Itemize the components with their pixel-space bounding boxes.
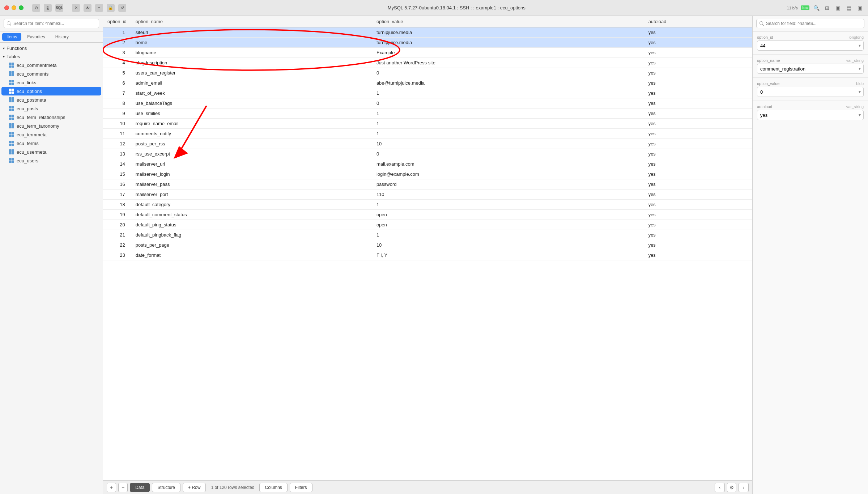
close-button[interactable] <box>4 5 9 10</box>
cell-option_value: open <box>372 220 644 230</box>
add-row-button[interactable]: + Row <box>183 483 206 492</box>
field-label-option_id: option_id longlong <box>757 35 864 39</box>
table-row[interactable]: 4blogdescriptionJust another WordPress s… <box>103 58 752 68</box>
panel-left-icon[interactable]: ▣ <box>834 4 842 12</box>
functions-header[interactable]: ▾ Functions <box>0 44 103 52</box>
table-row[interactable]: 3blognameExampleyes <box>103 48 752 58</box>
table-row[interactable]: 9use_smilies1yes <box>103 108 752 119</box>
window-title: MySQL 5.7.27-0ubuntu0.18.04.1 : SSH : : … <box>129 5 784 10</box>
table-row[interactable]: 16mailserver_passpasswordyes <box>103 179 752 189</box>
cell-option_value: 1 <box>372 230 644 240</box>
cell-autoload: yes <box>644 108 752 119</box>
tables-header[interactable]: ▾ Tables <box>0 52 103 61</box>
tab-favorites[interactable]: Favorites <box>23 33 49 41</box>
cell-option_id: 11 <box>103 129 131 139</box>
field-value-option_value[interactable]: 0 <box>757 87 864 97</box>
table-item-ecu_term_relationships[interactable]: ecu_term_relationships <box>1 113 101 122</box>
table-item-ecu_users[interactable]: ecu_users <box>1 156 101 165</box>
data-tab-button[interactable]: Data <box>130 483 150 492</box>
table-item-ecu_term_taxonomy[interactable]: ecu_term_taxonomy <box>1 122 101 130</box>
table-row[interactable]: 5users_can_register0yes <box>103 68 752 78</box>
cell-autoload: yes <box>644 250 752 260</box>
field-value-option_name[interactable]: comment_registration <box>757 64 864 74</box>
table-item-ecu_terms[interactable]: ecu_terms <box>1 139 101 148</box>
table-row[interactable]: 8use_balanceTags0yes <box>103 98 752 108</box>
grid-view-icon[interactable]: ⊞ <box>823 4 831 12</box>
table-item-ecu_links[interactable]: ecu_links <box>1 78 101 87</box>
search-input[interactable] <box>4 19 99 28</box>
table-item-ecu_posts[interactable]: ecu_posts <box>1 104 101 113</box>
table-row[interactable]: 13rss_use_excerpt0yes <box>103 149 752 159</box>
table-row[interactable]: 2hometurnipjuice.mediayes <box>103 38 752 48</box>
table-row[interactable]: 15mailserver_loginlogin@example.comyes <box>103 169 752 179</box>
cell-autoload: yes <box>644 139 752 149</box>
table-container[interactable]: option_id option_name option_value autol… <box>103 16 752 480</box>
col-header-autoload: autoload <box>644 16 752 27</box>
sidebar-search-container <box>0 16 103 31</box>
maximize-button[interactable] <box>19 5 24 10</box>
cell-option_name: require_name_email <box>131 119 372 129</box>
loc-badge: loc <box>801 5 809 10</box>
table-row[interactable]: 14mailserver_urlmail.example.comyes <box>103 159 752 169</box>
cell-option_id: 6 <box>103 78 131 88</box>
field-autoload: autoload var_string yes <box>753 101 868 124</box>
search-icon[interactable]: 🔍 <box>812 4 820 12</box>
table-row[interactable]: 6admin_emailabe@turnipjuice.mediayes <box>103 78 752 88</box>
refresh-icon[interactable]: ↺ <box>118 4 126 12</box>
cell-option_value: Just another WordPress site <box>372 58 644 68</box>
table-row[interactable]: 7start_of_week1yes <box>103 88 752 98</box>
cell-option_name: mailserver_login <box>131 169 372 179</box>
data-table: option_id option_name option_value autol… <box>103 16 752 260</box>
sql-icon[interactable]: SQL <box>55 4 63 12</box>
table-item-ecu_usermeta[interactable]: ecu_usermeta <box>1 148 101 156</box>
table-item-ecu_comments[interactable]: ecu_comments <box>1 69 101 78</box>
next-page-button[interactable]: › <box>739 483 749 492</box>
prev-page-button[interactable]: ‹ <box>715 483 725 492</box>
table-row[interactable]: 10require_name_email1yes <box>103 119 752 129</box>
table-row[interactable]: 20default_ping_statusopenyes <box>103 220 752 230</box>
close-tab-icon[interactable]: ✕ <box>72 4 80 12</box>
tables-arrow: ▾ <box>3 55 5 59</box>
table-item-ecu_commentmeta[interactable]: ecu_commentmeta <box>1 61 101 69</box>
minimize-button[interactable] <box>12 5 16 10</box>
field-value-option_id[interactable]: 44 <box>757 41 864 51</box>
cell-option_name: posts_per_rss <box>131 139 372 149</box>
cell-option_name: use_balanceTags <box>131 98 372 108</box>
filters-button[interactable]: Filters <box>290 483 312 492</box>
database-icon[interactable]: 🗄 <box>44 4 52 12</box>
lock-icon[interactable]: 🔒 <box>107 4 115 12</box>
table-row[interactable]: 21default_pingback_flag1yes <box>103 230 752 240</box>
table-row[interactable]: 23date_formatF i, Yyes <box>103 250 752 260</box>
structure-tab-button[interactable]: Structure <box>152 483 180 492</box>
cell-option_id: 22 <box>103 240 131 250</box>
table-row[interactable]: 17mailserver_port110yes <box>103 189 752 200</box>
table-label: ecu_term_relationships <box>17 115 65 120</box>
table-item-ecu_options[interactable]: ecu_options <box>1 87 101 95</box>
table-item-ecu_postmeta[interactable]: ecu_postmeta <box>1 95 101 104</box>
table-row[interactable]: 1siteurlturnipjuice.mediayes <box>103 27 752 38</box>
cell-option_name: siteurl <box>131 27 372 38</box>
field-value-autoload[interactable]: yes <box>757 110 864 120</box>
columns-button[interactable]: Columns <box>259 483 287 492</box>
add-row-icon-button[interactable]: + <box>107 483 116 492</box>
right-search-input[interactable] <box>756 19 864 28</box>
remove-row-icon-button[interactable]: − <box>118 483 128 492</box>
eye-icon[interactable]: 👁 <box>84 4 92 12</box>
list-icon[interactable]: ≡ <box>95 4 103 12</box>
table-row[interactable]: 18default_category1yes <box>103 200 752 210</box>
tab-history[interactable]: History <box>51 33 73 41</box>
table-label: ecu_postmeta <box>17 97 46 103</box>
tab-items[interactable]: Items <box>2 33 21 41</box>
field-value-option_id-wrap: 44 <box>757 41 864 51</box>
table-row[interactable]: 19default_comment_statusopenyes <box>103 210 752 220</box>
connection-icon[interactable]: ⊙ <box>32 4 40 12</box>
table-row[interactable]: 12posts_per_rss10yes <box>103 139 752 149</box>
titlebar-icons: ⊙ 🗄 SQL <box>32 4 63 12</box>
cell-option_value: 1 <box>372 200 644 210</box>
panel-center-icon[interactable]: ▤ <box>845 4 853 12</box>
table-row[interactable]: 22posts_per_page10yes <box>103 240 752 250</box>
table-row[interactable]: 11comments_notify1yes <box>103 129 752 139</box>
settings-button[interactable]: ⚙ <box>727 483 736 492</box>
table-item-ecu_termmeta[interactable]: ecu_termmeta <box>1 130 101 139</box>
panel-right-icon[interactable]: ▣ <box>856 4 864 12</box>
